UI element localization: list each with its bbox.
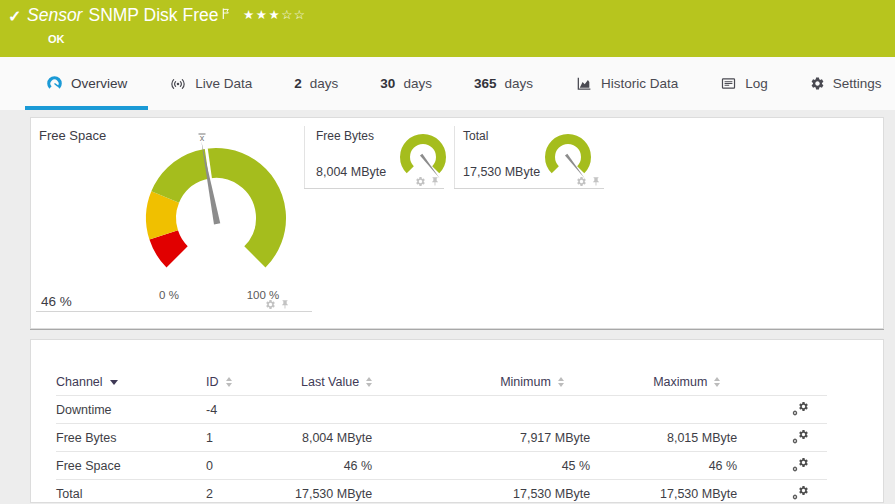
- column-header-id[interactable]: ID: [206, 368, 271, 396]
- column-header-channel[interactable]: Channel: [56, 368, 206, 396]
- channel-settings-gears-icon[interactable]: [792, 401, 809, 416]
- channel-maximum-cell: 8,015 MByte: [590, 424, 737, 452]
- priority-flag-icon[interactable]: [221, 4, 232, 25]
- sensor-tab-bar: Overview Live Data 2 days 30 days 365 da…: [0, 57, 895, 110]
- channel-table-header: Channel ID Last Value Minimum Maximum: [56, 368, 827, 396]
- column-header-actions: [737, 368, 827, 396]
- tab-label: Live Data: [195, 76, 252, 91]
- page-title: SensorSNMP Disk Free: [27, 5, 232, 26]
- status-ok-check-icon: ✓: [8, 7, 21, 26]
- channel-name-cell: Downtime: [56, 396, 206, 424]
- total-value: 17,530 MByte: [463, 165, 540, 179]
- channel-minimum-cell: 45 %: [372, 452, 590, 480]
- tab-365-days[interactable]: 365 days: [453, 57, 554, 110]
- tile-separator: [454, 126, 455, 188]
- channel-minimum-cell: 17,530 MByte: [372, 480, 590, 504]
- gauge-title-free-bytes: Free Bytes: [316, 129, 374, 143]
- channel-last-value-cell: 8,004 MByte: [271, 424, 372, 452]
- tab-number: 2: [294, 76, 302, 91]
- tab-number: 30: [380, 76, 395, 91]
- sort-icon: [714, 377, 720, 387]
- average-x-label: x: [200, 133, 205, 143]
- free-space-tile-actions: [265, 299, 290, 310]
- total-tile-actions: [576, 176, 601, 187]
- column-header-maximum[interactable]: Maximum: [590, 368, 737, 396]
- table-row: Total 2 17,530 MByte 17,530 MByte 17,530…: [56, 480, 827, 504]
- channel-settings-gears-icon[interactable]: [792, 485, 809, 500]
- gauge-title-total: Total: [463, 129, 488, 143]
- sort-desc-icon: [110, 380, 118, 385]
- channel-minimum-cell: 7,917 MByte: [372, 424, 590, 452]
- channel-id-cell: 0: [206, 452, 271, 480]
- table-row: Free Bytes 1 8,004 MByte 7,917 MByte 8,0…: [56, 424, 827, 452]
- tab-overview[interactable]: Overview: [25, 57, 148, 110]
- channel-actions-cell: [737, 480, 827, 504]
- channel-actions-cell: [737, 424, 827, 452]
- sensor-status-bar: ✓ SensorSNMP Disk Free ★★★☆☆ OK: [0, 0, 895, 57]
- gear-icon[interactable]: [415, 176, 426, 187]
- gear-icon: [810, 76, 825, 91]
- channel-settings-gears-icon[interactable]: [792, 429, 809, 444]
- channels-panel: Channel ID Last Value Minimum Maximum Do…: [30, 339, 884, 503]
- channel-maximum-cell: [590, 396, 737, 424]
- historic-chart-icon: [575, 75, 593, 92]
- tab-label: days: [310, 76, 339, 91]
- tab-label: Historic Data: [601, 76, 678, 91]
- tile-separator: [304, 126, 305, 188]
- gear-icon[interactable]: [265, 299, 276, 310]
- pin-icon[interactable]: [430, 176, 440, 187]
- gear-icon[interactable]: [576, 176, 587, 187]
- tab-2-days[interactable]: 2 days: [273, 57, 359, 110]
- pin-icon[interactable]: [591, 176, 601, 187]
- free-space-gauge: x: [121, 130, 311, 275]
- tab-live-data[interactable]: Live Data: [148, 57, 273, 110]
- sort-icon: [558, 377, 564, 387]
- channel-name-cell: Free Space: [56, 452, 206, 480]
- tab-historic-data[interactable]: Historic Data: [554, 57, 699, 110]
- channel-name-cell: Total: [56, 480, 206, 504]
- sensor-type-label: Sensor: [27, 5, 82, 25]
- channel-id-cell: 2: [206, 480, 271, 504]
- column-header-minimum[interactable]: Minimum: [372, 368, 590, 396]
- column-header-last-value[interactable]: Last Value: [271, 368, 372, 396]
- sensor-name: SNMP Disk Free: [88, 5, 218, 25]
- tile-divider: [454, 188, 604, 189]
- tile-divider: [36, 311, 312, 312]
- stars-empty: ☆☆: [281, 8, 306, 22]
- channel-settings-gears-icon[interactable]: [792, 457, 809, 472]
- gauge-arc-yellow: [161, 197, 165, 235]
- channel-last-value-cell: 46 %: [271, 452, 372, 480]
- channel-minimum-cell: [372, 396, 590, 424]
- table-row: Free Space 0 46 % 45 % 46 %: [56, 452, 827, 480]
- free-bytes-tile-actions: [415, 176, 440, 187]
- gauge-min-label: 0 %: [139, 289, 199, 301]
- channel-last-value-cell: 17,530 MByte: [271, 480, 372, 504]
- channel-maximum-cell: 17,530 MByte: [590, 480, 737, 504]
- channel-maximum-cell: 46 %: [590, 452, 737, 480]
- tile-divider: [304, 188, 444, 189]
- tab-30-days[interactable]: 30 days: [359, 57, 453, 110]
- free-space-value: 46 %: [41, 294, 72, 309]
- tab-settings[interactable]: Settings: [789, 57, 895, 110]
- log-icon: [720, 75, 737, 92]
- channel-table: Channel ID Last Value Minimum Maximum Do…: [56, 368, 827, 503]
- sort-icon: [366, 377, 372, 387]
- channel-last-value-cell: [271, 396, 372, 424]
- overview-content: Free Space x 0 % 100 % 46 % Free Bytes: [0, 110, 895, 503]
- gauge-title-free-space: Free Space: [39, 128, 106, 143]
- pin-icon[interactable]: [280, 299, 290, 310]
- status-badge: OK: [48, 33, 65, 45]
- priority-stars[interactable]: ★★★☆☆: [243, 7, 307, 22]
- tab-number: 365: [474, 76, 497, 91]
- tab-label: days: [403, 76, 432, 91]
- tab-label: Log: [745, 76, 768, 91]
- table-row: Downtime -4: [56, 396, 827, 424]
- channel-actions-cell: [737, 452, 827, 480]
- stars-filled: ★★★: [243, 8, 281, 22]
- tab-log[interactable]: Log: [699, 57, 789, 110]
- channel-id-cell: 1: [206, 424, 271, 452]
- gauges-panel: Free Space x 0 % 100 % 46 % Free Bytes: [30, 117, 884, 329]
- sort-icon: [226, 377, 232, 387]
- channel-id-cell: -4: [206, 396, 271, 424]
- tab-label: days: [504, 76, 533, 91]
